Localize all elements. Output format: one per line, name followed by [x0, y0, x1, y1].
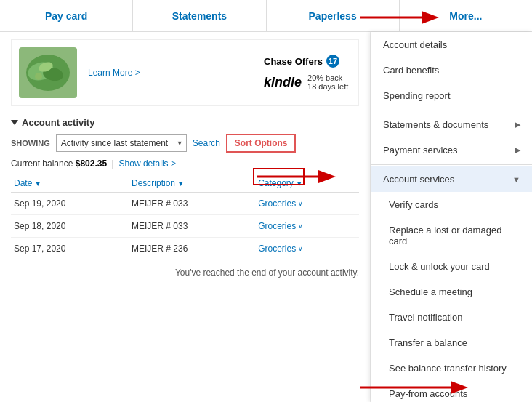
cashback-label: 20% back — [307, 73, 348, 82]
end-message: You've reached the end of your account a… — [11, 260, 359, 285]
section-title-text: Account activity — [22, 117, 94, 128]
left-panel: Learn More > Chase Offers 17 kindle 20% … — [0, 32, 371, 402]
row-category: Groceries ∨ — [255, 193, 359, 215]
row-date: Sep 19, 2020 — [11, 193, 129, 215]
arrow-right-icon: ▶ — [515, 145, 520, 155]
showing-label: SHOWING — [11, 139, 50, 148]
days-left-label: 18 days left — [307, 82, 348, 91]
dropdown-pay-from[interactable]: Pay-from accounts — [371, 381, 532, 402]
nav-paperless[interactable]: Paperless — [267, 0, 400, 31]
row-description: MEIJER # 236 — [129, 238, 255, 260]
table-row: Sep 17, 2020 MEIJER # 236 Groceries ∨ — [11, 238, 359, 260]
dropdown-spending-report[interactable]: Spending report — [371, 83, 532, 108]
col-category[interactable]: Category ▼ — [255, 174, 359, 193]
dropdown-travel-notification[interactable]: Travel notification — [371, 305, 532, 330]
row-category: Groceries ∨ — [255, 238, 359, 260]
banner-image — [19, 47, 77, 98]
row-date: Sep 17, 2020 — [11, 238, 129, 260]
dropdown-statements-docs[interactable]: Statements & documents ▶ — [371, 112, 532, 137]
dropdown-divider — [371, 110, 532, 110]
dropdown-card-benefits[interactable]: Card benefits — [371, 57, 532, 83]
dropdown-transfer-balance[interactable]: Transfer a balance — [371, 330, 532, 355]
offer-details: 20% back 18 days left — [307, 73, 348, 91]
nav-pay-card[interactable]: Pay card — [0, 0, 133, 31]
table-row: Sep 18, 2020 MEIJER # 033 Groceries ∨ — [11, 215, 359, 238]
nav-statements[interactable]: Statements — [133, 0, 266, 31]
dropdown-divider-2 — [371, 164, 532, 165]
dropdown-replace-card[interactable]: Replace a lost or damaged card — [371, 217, 532, 254]
balance-label: Current balance — [11, 158, 73, 169]
dropdown-account-details[interactable]: Account details — [371, 32, 532, 57]
chase-offers: Chase Offers 17 — [264, 55, 351, 68]
chase-offers-section: Chase Offers 17 kindle 20% back 18 days … — [264, 55, 351, 91]
row-description: MEIJER # 033 — [129, 215, 255, 238]
banner-area: Learn More > Chase Offers 17 kindle 20% … — [11, 39, 359, 106]
banner-text: Learn More > — [88, 68, 253, 78]
row-date: Sep 18, 2020 — [11, 215, 129, 238]
activity-select[interactable]: Activity since last statement — [56, 134, 187, 152]
dropdown-payment-services[interactable]: Payment services ▶ — [371, 137, 532, 163]
dropdown-balance-transfer-history[interactable]: See balance transfer history — [371, 355, 532, 381]
arrow-right-icon: ▶ — [515, 120, 520, 129]
kindle-offer: kindle 20% back 18 days left — [264, 73, 351, 91]
show-details-link[interactable]: Show details > — [119, 158, 176, 169]
row-category: Groceries ∨ — [255, 215, 359, 238]
kindle-logo: kindle — [264, 75, 302, 90]
main-content: Learn More > Chase Offers 17 kindle 20% … — [0, 32, 532, 402]
balance-bar: Current balance $802.35 | Show details > — [11, 158, 359, 169]
top-navigation: Pay card Statements Paperless More... — [0, 0, 532, 32]
row-description: MEIJER # 033 — [129, 193, 255, 215]
svg-point-4 — [35, 73, 42, 80]
sort-options-button[interactable]: Sort Options — [226, 134, 297, 153]
col-description[interactable]: Description ▼ — [129, 174, 255, 193]
dropdown-lock-unlock[interactable]: Lock & unlock your card — [371, 254, 532, 279]
balance-value: $802.35 — [76, 158, 107, 169]
showing-bar: SHOWING Activity since last statement Se… — [11, 134, 359, 153]
dropdown-account-services[interactable]: Account services ▼ — [371, 166, 532, 192]
chase-offers-label: Chase Offers — [264, 56, 323, 67]
nav-more[interactable]: More... — [400, 0, 532, 31]
account-activity: Account activity SHOWING Activity since … — [11, 117, 359, 285]
dropdown-schedule-meeting[interactable]: Schedule a meeting — [371, 279, 532, 305]
col-date[interactable]: Date ▼ — [11, 174, 129, 193]
search-link[interactable]: Search — [193, 138, 220, 148]
chase-offers-badge: 17 — [326, 55, 339, 68]
learn-more-link[interactable]: Learn More > — [88, 68, 253, 78]
collapse-icon[interactable] — [11, 120, 18, 125]
dropdown-panel: Account details Card benefits Spending r… — [371, 32, 532, 402]
section-title: Account activity — [11, 117, 359, 128]
arrow-down-icon: ▼ — [512, 175, 520, 184]
activity-table: Date ▼ Description ▼ Category ▼ Sep 19, … — [11, 174, 359, 260]
table-row: Sep 19, 2020 MEIJER # 033 Groceries ∨ — [11, 193, 359, 215]
activity-select-wrap[interactable]: Activity since last statement — [56, 134, 187, 152]
dropdown-verify-cards[interactable]: Verify cards — [371, 192, 532, 217]
